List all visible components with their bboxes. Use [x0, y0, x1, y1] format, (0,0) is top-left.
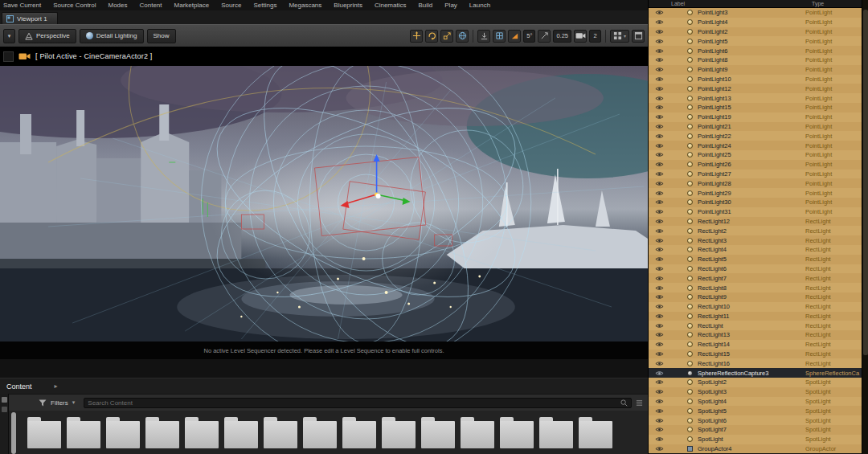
- outliner-row[interactable]: PointLight5 PointLight: [649, 36, 862, 46]
- actor-label[interactable]: RectLight13: [698, 331, 805, 338]
- actor-label[interactable]: RectLight: [698, 322, 805, 329]
- outliner-row[interactable]: SpotLight6 SpotLight: [649, 415, 862, 425]
- actor-label[interactable]: PointLight29: [698, 190, 805, 197]
- outliner-row[interactable]: PointLight30 PointLight: [649, 198, 862, 207]
- outliner-row[interactable]: RectLight11 RectLight: [649, 312, 862, 321]
- visibility-eye-icon[interactable]: [655, 162, 665, 167]
- menu-item-build[interactable]: Build: [418, 2, 432, 9]
- actor-label[interactable]: PointLight31: [698, 208, 805, 215]
- menu-item-megascans[interactable]: Megascans: [289, 2, 321, 9]
- outliner-row[interactable]: SpotLight2 SpotLight: [649, 378, 862, 387]
- outliner-row[interactable]: PointLight21 PointLight: [649, 122, 862, 132]
- outliner-row[interactable]: RectLight12 RectLight: [649, 217, 862, 227]
- actor-label[interactable]: RectLight4: [698, 246, 805, 253]
- visibility-eye-icon[interactable]: [655, 351, 665, 357]
- menu-item-source-control[interactable]: Source Control: [53, 2, 96, 9]
- actor-label[interactable]: RectLight5: [698, 256, 805, 263]
- actor-label[interactable]: PointLight30: [698, 198, 805, 206]
- actor-label[interactable]: PointLight25: [698, 151, 805, 158]
- visibility-eye-icon[interactable]: [655, 294, 665, 300]
- outliner-row[interactable]: PointLight9 PointLight: [649, 65, 862, 75]
- actor-label[interactable]: RectLight10: [698, 303, 805, 310]
- visibility-eye-icon[interactable]: [655, 256, 665, 262]
- outliner-row[interactable]: PointLight10 PointLight: [649, 75, 862, 84]
- visibility-eye-icon[interactable]: [655, 446, 665, 452]
- actor-label[interactable]: PointLight3: [698, 9, 805, 16]
- outliner-row[interactable]: RectLight RectLight: [649, 321, 862, 330]
- menu-item-blueprints[interactable]: Blueprints: [334, 2, 362, 9]
- angle-snap-icon[interactable]: [508, 30, 521, 43]
- actor-label[interactable]: SphereReflectionCapture3: [698, 370, 805, 377]
- filters-caret-icon[interactable]: ▾: [72, 399, 76, 406]
- visibility-eye-icon[interactable]: [655, 436, 665, 442]
- folder-icon[interactable]: [145, 417, 179, 454]
- visibility-eye-icon[interactable]: [655, 171, 665, 177]
- visibility-eye-icon[interactable]: [655, 190, 665, 196]
- actor-label[interactable]: PointLight28: [698, 180, 805, 187]
- visibility-eye-icon[interactable]: [655, 114, 665, 120]
- outliner-row[interactable]: RectLight16 RectLight: [649, 358, 862, 368]
- visibility-eye-icon[interactable]: [655, 304, 665, 309]
- actor-label[interactable]: RectLight3: [698, 237, 805, 244]
- visibility-eye-icon[interactable]: [655, 427, 665, 432]
- view-options-icon[interactable]: [636, 399, 643, 407]
- visibility-eye-icon[interactable]: [655, 124, 665, 129]
- menu-item-cinematics[interactable]: Cinematics: [375, 2, 407, 9]
- visibility-eye-icon[interactable]: [655, 238, 665, 243]
- visibility-eye-icon[interactable]: [655, 332, 665, 337]
- outliner-label-column-header[interactable]: Label: [671, 1, 685, 6]
- world-space-icon[interactable]: [456, 30, 469, 43]
- filter-funnel-icon[interactable]: [39, 399, 47, 407]
- outliner-row[interactable]: RectLight14 RectLight: [649, 340, 862, 350]
- visibility-eye-icon[interactable]: [655, 266, 665, 272]
- outliner-row[interactable]: PointLight31 PointLight: [649, 207, 862, 217]
- actor-label[interactable]: PointLight8: [698, 56, 805, 63]
- actor-label[interactable]: PointLight27: [698, 170, 805, 178]
- visibility-eye-icon[interactable]: [655, 57, 665, 63]
- outliner-scrollbar[interactable]: [862, 0, 868, 454]
- viewport-options-button[interactable]: ▾: [3, 29, 15, 43]
- outliner-row[interactable]: RectLight3 RectLight: [649, 235, 862, 245]
- surface-snap-icon[interactable]: [477, 30, 490, 43]
- folder-icon[interactable]: [27, 417, 61, 454]
- outliner-row[interactable]: RectLight6 RectLight: [649, 264, 862, 274]
- actor-label[interactable]: PointLight2: [698, 28, 805, 35]
- outliner-type-column-header[interactable]: Type: [812, 1, 824, 6]
- outliner-row[interactable]: PointLight27 PointLight: [649, 170, 862, 179]
- actor-label[interactable]: RectLight6: [698, 265, 805, 272]
- visibility-eye-icon[interactable]: [655, 29, 665, 35]
- visibility-eye-icon[interactable]: [655, 209, 665, 215]
- filters-button[interactable]: Filters: [51, 399, 68, 407]
- collections-icon[interactable]: [2, 407, 7, 412]
- visibility-eye-icon[interactable]: [655, 67, 665, 72]
- breadcrumb-arrow-icon[interactable]: ▸: [55, 382, 58, 390]
- grid-snap-icon[interactable]: [493, 30, 506, 43]
- actor-label[interactable]: RectLight16: [698, 360, 805, 367]
- folder-icon[interactable]: [67, 417, 100, 454]
- visibility-eye-icon[interactable]: [655, 104, 665, 110]
- sources-toggle-icon[interactable]: [2, 397, 7, 403]
- outliner-row[interactable]: RectLight4 RectLight: [649, 245, 862, 255]
- visibility-eye-icon[interactable]: [655, 361, 665, 366]
- visibility-eye-icon[interactable]: [655, 133, 665, 139]
- outliner-row[interactable]: PointLight24 PointLight: [649, 141, 862, 150]
- actor-label[interactable]: RectLight8: [698, 284, 805, 292]
- visibility-eye-icon[interactable]: [655, 199, 665, 205]
- viewport-3d-scene[interactable]: [0, 66, 648, 342]
- angle-snap-value[interactable]: 5°: [523, 30, 535, 43]
- actor-label[interactable]: RectLight11: [698, 313, 805, 320]
- scale-snap-value[interactable]: 0.25: [553, 30, 571, 43]
- outliner-row[interactable]: SpotLight7 SpotLight: [649, 425, 862, 435]
- actor-label[interactable]: SpotLight3: [698, 388, 805, 395]
- actor-label[interactable]: PointLight22: [698, 133, 805, 140]
- menu-item-source[interactable]: Source: [221, 2, 241, 9]
- actor-label[interactable]: PointLight9: [698, 66, 805, 73]
- move-tool-icon[interactable]: [410, 30, 423, 43]
- outliner-row[interactable]: PointLight4 PointLight: [649, 18, 862, 27]
- outliner-row[interactable]: GroupActor4 GroupActor: [649, 444, 862, 454]
- outliner-row[interactable]: RectLight13 RectLight: [649, 330, 862, 340]
- folder-icon[interactable]: [185, 417, 219, 454]
- scale-tool-icon[interactable]: [440, 30, 453, 43]
- camera-speed-icon[interactable]: [574, 30, 587, 43]
- visibility-eye-icon[interactable]: [655, 86, 665, 92]
